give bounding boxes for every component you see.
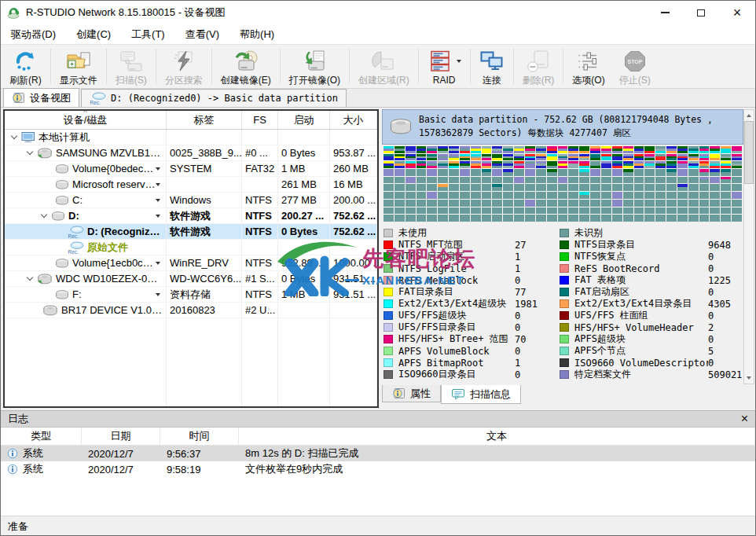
tree-column-header-0[interactable]: ^设备/磁盘 bbox=[5, 111, 167, 129]
menu-item-1[interactable]: 创建(C) bbox=[66, 25, 121, 44]
tab-device-view[interactable]: 设备视图 bbox=[3, 88, 79, 107]
app-logo-icon bbox=[7, 6, 20, 20]
filler-cell bbox=[278, 318, 330, 408]
dropdown-arrow-icon[interactable] bbox=[156, 262, 160, 265]
legend-swatch bbox=[560, 288, 569, 296]
map-block bbox=[710, 207, 720, 215]
log-column-header-3[interactable]: 文本 bbox=[239, 428, 755, 445]
tree-column-header-2[interactable]: FS bbox=[242, 111, 278, 129]
table-row[interactable]: Microsoft reserve...261 MB16 MB bbox=[5, 177, 377, 193]
map-block bbox=[688, 192, 699, 199]
dropdown-arrow-icon[interactable] bbox=[457, 60, 461, 63]
toolbar-refresh-button[interactable]: 刷新(R) bbox=[2, 46, 49, 86]
toolbar-button-label: 扫描(S) bbox=[116, 75, 147, 86]
dropdown-arrow-icon[interactable] bbox=[156, 293, 160, 296]
scroll-up-arrow-icon[interactable] bbox=[744, 110, 754, 121]
table-row[interactable]: SAMSUNG MZVLB1T0...0025_388B_9...#0 ...0… bbox=[5, 145, 377, 161]
map-block bbox=[417, 215, 427, 222]
log-column-header-0[interactable]: 类型 bbox=[1, 428, 82, 445]
map-block bbox=[688, 215, 699, 222]
menu-item-3[interactable]: 查看(V) bbox=[175, 25, 229, 44]
legend-swatch bbox=[560, 276, 569, 285]
log-column-header-2[interactable]: 时间 bbox=[160, 428, 239, 445]
toolbar-button-label: 停止(S) bbox=[619, 75, 651, 86]
map-block bbox=[406, 192, 416, 199]
toolbar-create-image-button[interactable]: 创建镜像(E) bbox=[214, 46, 278, 86]
scan-block-map[interactable] bbox=[384, 146, 742, 222]
table-row[interactable]: D:软件游戏NTFS200.27 ...752.62 ... bbox=[5, 208, 377, 224]
map-block bbox=[525, 146, 535, 153]
menu-item-2[interactable]: 工具(T) bbox=[121, 25, 175, 44]
toolbar-separator bbox=[563, 49, 563, 84]
legend-item: APFS个节点5 bbox=[560, 345, 743, 357]
map-block bbox=[514, 146, 524, 153]
dropdown-arrow-icon[interactable] bbox=[156, 167, 160, 171]
toolbar-create-region-button: 创建区域(R) bbox=[351, 46, 417, 86]
toolbar-separator bbox=[50, 49, 51, 84]
dropdown-arrow-icon[interactable] bbox=[156, 199, 160, 202]
map-block bbox=[536, 207, 546, 215]
maximize-button[interactable] bbox=[683, 1, 719, 24]
expander-chevron-icon[interactable] bbox=[38, 215, 50, 217]
table-row[interactable]: F:资料存储NTFS1 MB931.51 ... bbox=[5, 287, 377, 303]
menu-item-4[interactable]: 帮助(H) bbox=[229, 25, 284, 44]
map-block bbox=[492, 177, 502, 184]
dropdown-arrow-icon[interactable] bbox=[156, 183, 160, 186]
toolbar-connect-button[interactable]: 连接 bbox=[472, 46, 512, 86]
expander-chevron-icon[interactable] bbox=[24, 152, 35, 154]
map-block bbox=[699, 200, 710, 207]
close-button[interactable]: × bbox=[719, 1, 755, 24]
vertical-scrollbar[interactable] bbox=[743, 109, 754, 384]
table-row[interactable]: Rec.原始文件 bbox=[5, 240, 377, 255]
partition-search-icon bbox=[171, 48, 196, 75]
map-block bbox=[644, 146, 655, 153]
map-block bbox=[623, 207, 633, 215]
toolbar-options-button[interactable]: 选项(O) bbox=[565, 46, 611, 86]
tab-recognized-partition[interactable]: Rec.D: (Recognized0) -> Basic data parti… bbox=[81, 89, 347, 107]
expander-chevron-icon[interactable] bbox=[24, 277, 35, 280]
table-row[interactable]: Volume{1ecb0c98-...WinRE_DRVNTFS952.89 .… bbox=[5, 255, 377, 271]
toolbar-raid-button[interactable]: RAID bbox=[420, 46, 468, 86]
expander-chevron-icon[interactable] bbox=[8, 136, 20, 138]
scroll-thumb[interactable] bbox=[744, 121, 754, 184]
map-block bbox=[721, 215, 731, 222]
dropdown-arrow-icon[interactable] bbox=[156, 215, 160, 218]
log-text-cell: 8m 12s 的 D: 扫描已完成 bbox=[239, 446, 755, 461]
table-row[interactable]: 本地计算机 bbox=[5, 130, 377, 145]
log-column-header-1[interactable]: 日期 bbox=[82, 428, 160, 445]
tab-scan-info[interactable]: 扫描信息 bbox=[441, 385, 521, 404]
tree-column-header-4[interactable]: 大小 bbox=[330, 111, 377, 129]
toolbar-open-image-button[interactable]: 打开镜像(O) bbox=[282, 46, 347, 86]
map-block bbox=[666, 169, 677, 176]
log-time-cell: 9:58:19 bbox=[160, 461, 239, 477]
legend-count: 1981 bbox=[515, 299, 538, 310]
map-block bbox=[655, 192, 666, 199]
toolbar-show-files-button[interactable]: 显示文件 bbox=[53, 46, 105, 86]
map-block bbox=[677, 184, 688, 191]
table-row[interactable]: C:WindowsNTFS277 MB200.00 ... bbox=[5, 193, 377, 208]
size-cell: 1000.00 ... bbox=[330, 255, 377, 271]
tab-properties[interactable]: 属性 bbox=[382, 385, 441, 402]
fs-cell: #1 S... bbox=[242, 271, 278, 287]
tree-column-header-1[interactable]: 标签 bbox=[167, 111, 242, 129]
minimize-button[interactable] bbox=[647, 1, 683, 24]
table-row[interactable]: WDC WD10EZEX-08W...WD-WCC6Y6...#1 S...0 … bbox=[5, 271, 377, 287]
table-row[interactable]: Rec.D: (Recognize...软件游戏NTFS0 Bytes752.6… bbox=[5, 224, 377, 240]
legend-item: 未使用 bbox=[384, 227, 560, 239]
map-block bbox=[395, 154, 405, 161]
log-row[interactable]: 系统2020/12/79:56:378m 12s 的 D: 扫描已完成 bbox=[1, 446, 755, 461]
size-cell: 16 MB bbox=[330, 177, 377, 193]
map-block bbox=[395, 146, 405, 153]
tree-column-header-3[interactable]: 启动 bbox=[278, 111, 330, 129]
scroll-down-arrow-icon[interactable] bbox=[744, 373, 754, 384]
menu-item-0[interactable]: 驱动器(D) bbox=[1, 25, 66, 44]
device-name-cell: Rec.原始文件 bbox=[5, 240, 167, 255]
map-block bbox=[558, 215, 568, 222]
map-block bbox=[688, 146, 699, 153]
map-block bbox=[503, 192, 513, 199]
log-close-icon[interactable]: × bbox=[741, 413, 748, 425]
table-row[interactable]: BR17 DEVICE V1.00 1....20160823#2 U... bbox=[5, 303, 377, 318]
fs-cell: NTFS bbox=[242, 208, 278, 224]
table-row[interactable]: Volume{0bedecf0-...SYSTEMFAT321 MB260 MB bbox=[5, 161, 377, 177]
log-row[interactable]: 系统2020/12/79:58:19文件枚举在9秒内完成 bbox=[1, 461, 755, 477]
